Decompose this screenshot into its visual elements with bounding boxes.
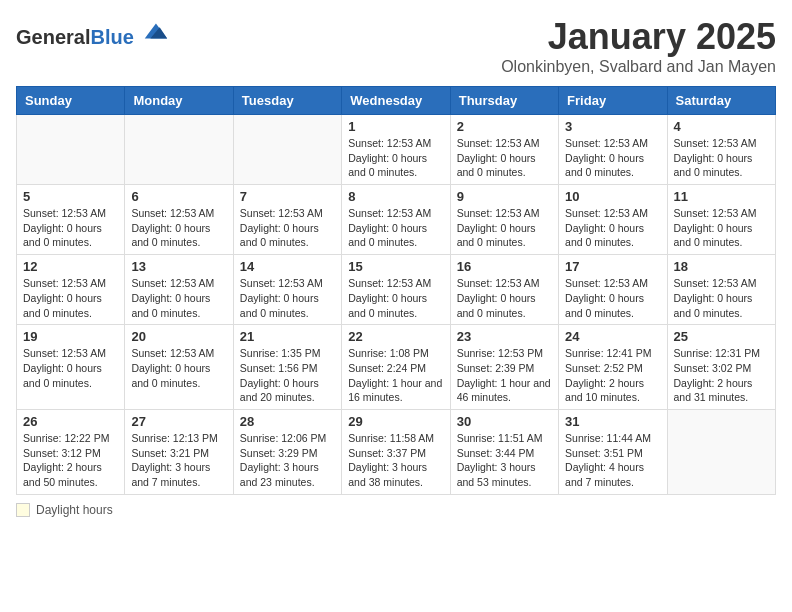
day-number: 6 (131, 189, 226, 204)
calendar-cell: 29Sunrise: 11:58 AM Sunset: 3:37 PM Dayl… (342, 409, 450, 494)
day-info: Sunset: 12:53 AM Daylight: 0 hours and 0… (565, 276, 660, 320)
calendar-cell: 5Sunset: 12:53 AM Daylight: 0 hours and … (17, 185, 125, 255)
calendar-week-row: 12Sunset: 12:53 AM Daylight: 0 hours and… (17, 255, 776, 325)
day-number: 13 (131, 259, 226, 274)
calendar-cell: 14Sunset: 12:53 AM Daylight: 0 hours and… (233, 255, 341, 325)
month-title: January 2025 (501, 16, 776, 58)
day-number: 14 (240, 259, 335, 274)
day-number: 16 (457, 259, 552, 274)
calendar-cell (17, 115, 125, 185)
calendar-cell: 11Sunset: 12:53 AM Daylight: 0 hours and… (667, 185, 775, 255)
calendar-cell: 4Sunset: 12:53 AM Daylight: 0 hours and … (667, 115, 775, 185)
day-number: 8 (348, 189, 443, 204)
day-info: Sunrise: 11:51 AM Sunset: 3:44 PM Daylig… (457, 431, 552, 490)
day-info: Sunset: 12:53 AM Daylight: 0 hours and 0… (23, 206, 118, 250)
logo: GeneralBlue (16, 16, 169, 48)
day-number: 28 (240, 414, 335, 429)
calendar-cell: 20Sunset: 12:53 AM Daylight: 0 hours and… (125, 325, 233, 410)
day-info: Sunset: 12:53 AM Daylight: 0 hours and 0… (348, 206, 443, 250)
day-number: 19 (23, 329, 118, 344)
day-number: 9 (457, 189, 552, 204)
calendar-cell: 23Sunrise: 12:53 PM Sunset: 2:39 PM Dayl… (450, 325, 558, 410)
calendar-day-header: Wednesday (342, 87, 450, 115)
day-info: Sunset: 12:53 AM Daylight: 0 hours and 0… (23, 276, 118, 320)
day-info: Sunrise: 12:13 PM Sunset: 3:21 PM Daylig… (131, 431, 226, 490)
day-info: Sunrise: 1:08 PM Sunset: 2:24 PM Dayligh… (348, 346, 443, 405)
calendar-cell: 15Sunset: 12:53 AM Daylight: 0 hours and… (342, 255, 450, 325)
day-number: 3 (565, 119, 660, 134)
day-number: 22 (348, 329, 443, 344)
day-number: 17 (565, 259, 660, 274)
calendar-week-row: 1Sunset: 12:53 AM Daylight: 0 hours and … (17, 115, 776, 185)
day-info: Sunset: 12:53 AM Daylight: 0 hours and 0… (348, 136, 443, 180)
day-number: 18 (674, 259, 769, 274)
logo-general-text: General (16, 26, 90, 48)
day-info: Sunset: 12:53 AM Daylight: 0 hours and 0… (240, 206, 335, 250)
calendar-cell: 21Sunrise: 1:35 PM Sunset: 1:56 PM Dayli… (233, 325, 341, 410)
logo-icon (141, 16, 169, 44)
calendar-day-header: Saturday (667, 87, 775, 115)
day-info: Sunset: 12:53 AM Daylight: 0 hours and 0… (457, 206, 552, 250)
day-info: Sunset: 12:53 AM Daylight: 0 hours and 0… (240, 276, 335, 320)
day-info: Sunset: 12:53 AM Daylight: 0 hours and 0… (457, 136, 552, 180)
calendar-cell: 1Sunset: 12:53 AM Daylight: 0 hours and … (342, 115, 450, 185)
day-info: Sunrise: 12:22 PM Sunset: 3:12 PM Daylig… (23, 431, 118, 490)
day-number: 27 (131, 414, 226, 429)
calendar-cell: 16Sunset: 12:53 AM Daylight: 0 hours and… (450, 255, 558, 325)
day-number: 30 (457, 414, 552, 429)
day-number: 24 (565, 329, 660, 344)
day-info: Sunrise: 11:44 AM Sunset: 3:51 PM Daylig… (565, 431, 660, 490)
calendar-day-header: Friday (559, 87, 667, 115)
calendar-day-header: Sunday (17, 87, 125, 115)
calendar-cell: 24Sunrise: 12:41 PM Sunset: 2:52 PM Dayl… (559, 325, 667, 410)
calendar-cell (667, 409, 775, 494)
calendar-week-row: 19Sunset: 12:53 AM Daylight: 0 hours and… (17, 325, 776, 410)
calendar-cell: 26Sunrise: 12:22 PM Sunset: 3:12 PM Dayl… (17, 409, 125, 494)
calendar-cell: 30Sunrise: 11:51 AM Sunset: 3:44 PM Dayl… (450, 409, 558, 494)
day-info: Sunset: 12:53 AM Daylight: 0 hours and 0… (674, 136, 769, 180)
day-info: Sunrise: 12:53 PM Sunset: 2:39 PM Daylig… (457, 346, 552, 405)
calendar-cell: 27Sunrise: 12:13 PM Sunset: 3:21 PM Dayl… (125, 409, 233, 494)
day-info: Sunset: 12:53 AM Daylight: 0 hours and 0… (348, 276, 443, 320)
calendar-table: SundayMondayTuesdayWednesdayThursdayFrid… (16, 86, 776, 495)
day-number: 1 (348, 119, 443, 134)
calendar-cell: 8Sunset: 12:53 AM Daylight: 0 hours and … (342, 185, 450, 255)
calendar-week-row: 5Sunset: 12:53 AM Daylight: 0 hours and … (17, 185, 776, 255)
calendar-cell: 12Sunset: 12:53 AM Daylight: 0 hours and… (17, 255, 125, 325)
day-info: Sunrise: 12:41 PM Sunset: 2:52 PM Daylig… (565, 346, 660, 405)
title-block: January 2025 Olonkinbyen, Svalbard and J… (501, 16, 776, 76)
calendar-cell: 3Sunset: 12:53 AM Daylight: 0 hours and … (559, 115, 667, 185)
calendar-cell: 2Sunset: 12:53 AM Daylight: 0 hours and … (450, 115, 558, 185)
day-number: 2 (457, 119, 552, 134)
calendar-cell: 31Sunrise: 11:44 AM Sunset: 3:51 PM Dayl… (559, 409, 667, 494)
calendar-day-header: Tuesday (233, 87, 341, 115)
day-number: 10 (565, 189, 660, 204)
calendar-day-header: Thursday (450, 87, 558, 115)
calendar-cell: 13Sunset: 12:53 AM Daylight: 0 hours and… (125, 255, 233, 325)
day-info: Sunrise: 1:35 PM Sunset: 1:56 PM Dayligh… (240, 346, 335, 405)
logo-blue-text: Blue (90, 26, 133, 48)
legend: Daylight hours (16, 503, 776, 517)
calendar-cell: 17Sunset: 12:53 AM Daylight: 0 hours and… (559, 255, 667, 325)
calendar-cell: 6Sunset: 12:53 AM Daylight: 0 hours and … (125, 185, 233, 255)
calendar-week-row: 26Sunrise: 12:22 PM Sunset: 3:12 PM Dayl… (17, 409, 776, 494)
day-number: 29 (348, 414, 443, 429)
calendar-cell (233, 115, 341, 185)
day-info: Sunset: 12:53 AM Daylight: 0 hours and 0… (23, 346, 118, 390)
legend-label: Daylight hours (36, 503, 113, 517)
day-info: Sunrise: 12:06 PM Sunset: 3:29 PM Daylig… (240, 431, 335, 490)
day-info: Sunset: 12:53 AM Daylight: 0 hours and 0… (131, 346, 226, 390)
calendar-cell: 9Sunset: 12:53 AM Daylight: 0 hours and … (450, 185, 558, 255)
day-info: Sunset: 12:53 AM Daylight: 0 hours and 0… (674, 276, 769, 320)
calendar-cell: 10Sunset: 12:53 AM Daylight: 0 hours and… (559, 185, 667, 255)
calendar-cell: 18Sunset: 12:53 AM Daylight: 0 hours and… (667, 255, 775, 325)
calendar-cell: 7Sunset: 12:53 AM Daylight: 0 hours and … (233, 185, 341, 255)
day-number: 15 (348, 259, 443, 274)
legend-box (16, 503, 30, 517)
day-number: 23 (457, 329, 552, 344)
calendar-cell: 19Sunset: 12:53 AM Daylight: 0 hours and… (17, 325, 125, 410)
calendar-header-row: SundayMondayTuesdayWednesdayThursdayFrid… (17, 87, 776, 115)
day-number: 31 (565, 414, 660, 429)
calendar-cell: 25Sunrise: 12:31 PM Sunset: 3:02 PM Dayl… (667, 325, 775, 410)
day-info: Sunrise: 12:31 PM Sunset: 3:02 PM Daylig… (674, 346, 769, 405)
